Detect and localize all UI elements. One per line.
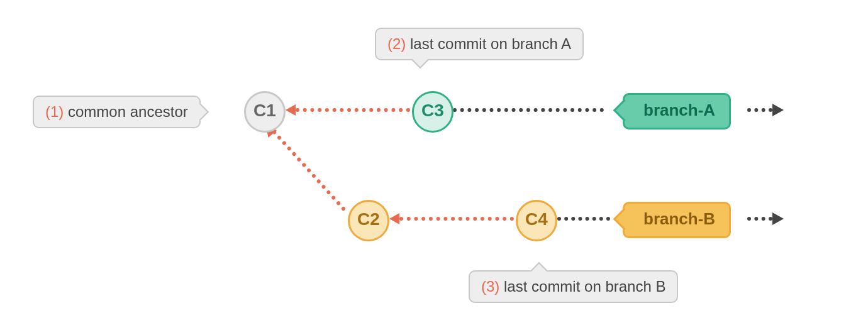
edge-c4-c2 — [399, 217, 514, 221]
callout-text: last commit on branch B — [499, 278, 665, 295]
edge-c3-c1 — [296, 108, 410, 112]
edge-c3-branch-a — [453, 108, 604, 112]
edge-trail-a — [747, 108, 772, 112]
callout-notch — [530, 262, 548, 280]
branch-notch — [613, 99, 635, 121]
arrowhead-trail-a — [772, 104, 784, 116]
callout-notch — [191, 103, 209, 121]
branch-tag-b: branch-B — [623, 202, 731, 238]
callout-number: (3) — [481, 278, 499, 295]
arrowhead-c3-c1 — [286, 104, 296, 116]
edge-c2-c1 — [272, 129, 346, 211]
callout-text: last commit on branch A — [406, 35, 571, 52]
callout-notch — [411, 51, 429, 69]
edge-trail-b — [747, 217, 772, 221]
callout-common-ancestor: (1) common ancestor — [33, 96, 201, 128]
commit-c4: C4 — [516, 200, 557, 241]
commit-c1: C1 — [244, 91, 286, 133]
callout-number: (2) — [387, 35, 406, 52]
branch-notch — [613, 208, 635, 230]
branch-label: branch-B — [643, 209, 715, 228]
edge-c4-branch-b — [557, 217, 610, 221]
commit-c3: C3 — [412, 91, 453, 133]
callout-branch-a: (2) last commit on branch A — [375, 28, 584, 60]
callout-branch-b: (3) last commit on branch B — [469, 270, 678, 303]
arrowhead-c4-c2 — [389, 213, 399, 224]
callout-number: (1) — [45, 103, 64, 120]
branch-label: branch-A — [643, 101, 715, 119]
callout-text: common ancestor — [64, 103, 187, 120]
branch-tag-a: branch-A — [623, 93, 731, 129]
arrowhead-trail-b — [772, 212, 784, 225]
commit-c2: C2 — [348, 200, 389, 241]
